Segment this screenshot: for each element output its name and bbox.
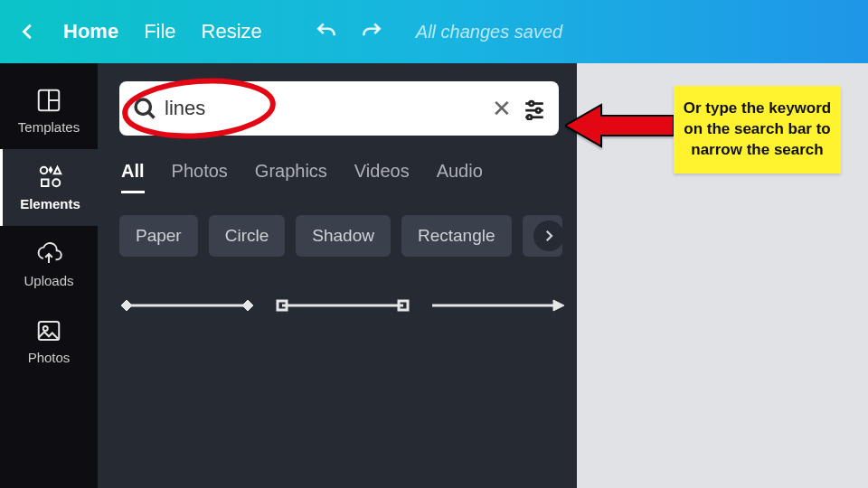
file-menu[interactable]: File — [144, 20, 175, 43]
uploads-icon — [35, 240, 62, 267]
svg-point-3 — [40, 167, 47, 174]
svg-marker-25 — [553, 300, 564, 311]
sidebar-item-label: Elements — [20, 196, 80, 211]
sidebar-item-label: Uploads — [24, 273, 73, 288]
chip-rectangle[interactable]: Rectangle — [401, 215, 512, 257]
undo-redo-group — [315, 20, 383, 43]
chip-paper[interactable]: Paper — [119, 215, 198, 257]
sidebar-item-templates[interactable]: Templates — [0, 72, 98, 149]
svg-marker-20 — [242, 300, 253, 311]
svg-marker-26 — [565, 105, 674, 146]
tab-graphics[interactable]: Graphics — [255, 161, 327, 193]
sidebar-item-elements[interactable]: Elements — [0, 149, 98, 226]
filter-tabs: All Photos Graphics Videos Audio — [119, 161, 559, 193]
top-toolbar: Home File Resize All changes saved — [0, 0, 868, 63]
top-left-group: Home File Resize All changes saved — [18, 20, 562, 43]
chips-scroll-right[interactable] — [533, 221, 564, 251]
callout-text: Or type the keyword on the search bar to… — [684, 99, 831, 158]
elements-icon — [37, 164, 64, 191]
svg-point-9 — [136, 99, 150, 114]
svg-rect-5 — [42, 180, 49, 187]
annotation-callout: Or type the keyword on the search bar to… — [674, 86, 841, 174]
templates-icon — [35, 87, 62, 114]
search-results — [119, 298, 559, 313]
search-icon — [132, 96, 157, 121]
search-wrapper: ✕ — [119, 81, 559, 136]
sidebar-item-label: Photos — [28, 350, 71, 365]
svg-point-12 — [529, 101, 533, 106]
redo-icon[interactable] — [360, 20, 383, 43]
svg-point-14 — [536, 108, 541, 113]
search-bar: ✕ — [119, 81, 559, 136]
photos-icon — [35, 317, 62, 344]
svg-point-6 — [52, 179, 60, 186]
svg-point-16 — [527, 115, 532, 119]
left-sidebar: Templates Elements Uploads Photos — [0, 63, 98, 488]
resize-menu[interactable]: Resize — [202, 20, 262, 43]
svg-point-8 — [43, 326, 48, 331]
line-element-diamond[interactable] — [119, 298, 255, 313]
clear-search-button[interactable]: ✕ — [488, 95, 515, 123]
svg-marker-4 — [53, 167, 61, 174]
back-icon[interactable] — [18, 22, 38, 42]
elements-panel: ✕ All Photos Graphics Videos Audio Paper… — [98, 63, 577, 488]
chip-shadow[interactable]: Shadow — [296, 215, 391, 257]
suggestion-chips: Paper Circle Shadow Rectangle Ta — [119, 215, 559, 257]
filter-icon[interactable] — [523, 97, 546, 120]
svg-line-10 — [148, 112, 154, 117]
chevron-right-icon — [541, 228, 557, 244]
tab-all[interactable]: All — [121, 161, 145, 193]
home-button[interactable]: Home — [63, 20, 118, 43]
save-status: All changes saved — [416, 22, 562, 42]
line-element-arrow[interactable] — [430, 298, 566, 313]
sidebar-item-uploads[interactable]: Uploads — [0, 226, 98, 303]
sidebar-item-photos[interactable]: Photos — [0, 303, 98, 380]
search-input[interactable] — [165, 97, 481, 120]
sidebar-item-label: Templates — [18, 119, 80, 135]
undo-icon[interactable] — [315, 20, 338, 43]
annotation-arrow — [565, 99, 674, 155]
tab-videos[interactable]: Videos — [354, 161, 410, 193]
chip-circle[interactable]: Circle — [209, 215, 286, 257]
svg-marker-19 — [121, 300, 132, 311]
tab-photos[interactable]: Photos — [172, 161, 228, 193]
line-element-square[interactable] — [275, 298, 410, 313]
tab-audio[interactable]: Audio — [437, 161, 483, 193]
